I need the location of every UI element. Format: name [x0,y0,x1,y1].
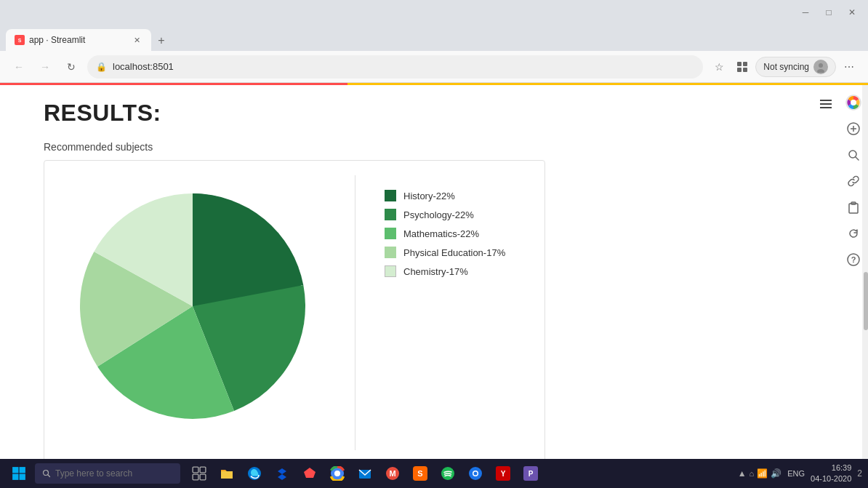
legend-color-history [385,190,396,201]
clock-time: 16:39 [811,463,851,473]
legend-color-chemistry [385,265,396,277]
refresh-btn[interactable]: ↻ [61,57,81,77]
taskbar-app2[interactable]: S [407,460,433,487]
taskbar-chrome[interactable] [324,460,350,487]
legend-physical-ed: Physical Education-17% [385,247,530,258]
address-text: localhost:8501 [113,61,174,72]
address-bar[interactable]: 🔒 localhost:8501 [87,55,703,79]
svg-point-37 [335,471,340,476]
chart-divider [355,175,355,450]
volume-icon: 🔊 [771,468,781,479]
chart-legend: History-22% Psychology-22% Mathematics-2… [385,175,530,277]
streamlit-help-icon[interactable]: ? [842,248,865,271]
taskbar-search[interactable] [35,463,180,484]
pie-chart-wrapper [59,175,326,437]
svg-rect-15 [849,204,858,213]
svg-point-7 [817,69,824,73]
taskbar-mail[interactable] [352,460,378,487]
streamlit-clipboard-icon[interactable] [842,196,865,219]
svg-text:M: M [389,469,395,478]
network-icon: ▲ [738,468,747,479]
taskbar-app-icons: M S Y P [186,460,544,487]
taskbar-app5[interactable]: P [518,460,544,487]
streamlit-refresh-icon[interactable] [842,222,865,245]
not-syncing-btn[interactable]: Not syncing [755,57,836,77]
lock-icon: 🔒 [96,62,107,72]
taskbar-notification-area: ⌂ [750,469,755,478]
system-icons: ▲ ⌂ 📶 🔊 [738,468,782,479]
maximize-btn[interactable]: □ [819,2,839,23]
svg-rect-4 [737,68,742,72]
title-bar: ─ □ ✕ [0,0,868,25]
tab-close-btn[interactable]: ✕ [131,34,142,46]
svg-marker-34 [304,468,316,478]
legend-color-physical-ed [385,247,396,258]
legend-label-physical-ed: Physical Education-17% [403,247,505,258]
svg-rect-5 [743,68,747,72]
active-tab[interactable]: S app · Streamlit ✕ [6,29,151,51]
svg-point-9 [851,100,856,105]
svg-text:S: S [417,469,422,478]
new-tab-btn[interactable]: + [151,31,172,51]
legend-label-psychology: Psychology-22% [403,209,474,220]
user-avatar [813,60,828,74]
results-title: RESULTS: [44,100,824,127]
minimize-btn[interactable]: ─ [795,2,816,23]
streamlit-link-icon[interactable] [842,169,865,193]
eng-label: ENG [787,469,805,478]
svg-rect-24 [12,474,18,480]
more-btn[interactable]: ⋯ [839,57,859,77]
browser-toolbar: ← → ↻ 🔒 localhost:8501 ☆ Not syncing ⋯ [0,51,868,83]
taskbar-app1[interactable]: M [379,460,406,487]
taskbar-streamlit[interactable] [297,460,323,487]
taskbar-system-tray: ▲ ⌂ 📶 🔊 ENG 16:39 04-10-2020 2 [738,463,862,485]
scrollbar-thumb[interactable] [864,272,868,330]
taskbar-task-view[interactable] [186,460,212,487]
svg-rect-22 [12,467,18,473]
chart-container: History-22% Psychology-22% Mathematics-2… [44,160,545,459]
clock-date: 04-10-2020 [811,473,851,484]
legend-color-mathematics [385,228,396,239]
svg-rect-30 [193,474,198,480]
notification-count: 2 [857,468,862,479]
svg-text:Y: Y [501,470,506,478]
bookmark-btn[interactable]: ☆ [709,57,729,77]
hamburger-menu-btn[interactable] [819,97,833,115]
notification-btn[interactable]: 2 [857,468,862,479]
taskbar-search-input[interactable] [55,468,157,479]
svg-text:S: S [18,38,22,43]
svg-rect-31 [200,474,206,480]
start-btn[interactable] [6,460,32,487]
svg-marker-33 [278,468,286,480]
taskbar-app3[interactable] [462,460,489,487]
taskbar-file-explorer[interactable] [214,460,240,487]
taskbar: M S Y P ▲ ⌂ 📶 🔊 ENG 16:39 04-10-2020 [0,459,868,488]
extensions-btn[interactable] [732,57,752,77]
svg-text:?: ? [851,255,856,264]
taskbar-dropbox[interactable] [269,460,295,487]
streamlit-search-icon[interactable] [842,143,865,167]
legend-chemistry: Chemistry-17% [385,265,530,277]
forward-btn[interactable]: → [35,57,55,77]
recommended-label: Recommended subjects [44,141,824,153]
svg-line-14 [856,157,859,160]
toolbar-actions: ☆ Not syncing ⋯ [709,57,859,77]
svg-rect-23 [20,467,25,473]
legend-label-mathematics: Mathematics-22% [403,228,479,239]
svg-rect-2 [737,62,742,66]
streamlit-add-icon[interactable] [842,117,865,140]
legend-mathematics: Mathematics-22% [385,228,530,239]
pie-chart [76,175,309,437]
svg-rect-29 [200,467,206,473]
streamlit-settings-icon[interactable] [842,91,865,114]
legend-psychology: Psychology-22% [385,209,530,220]
taskbar-edge[interactable] [241,460,268,487]
taskbar-app4[interactable]: Y [490,460,516,487]
tab-title: app · Streamlit [29,35,85,45]
legend-history: History-22% [385,190,530,201]
svg-line-27 [48,475,50,477]
close-btn[interactable]: ✕ [842,2,862,23]
taskbar-spotify[interactable] [435,460,461,487]
legend-color-psychology [385,209,396,220]
back-btn[interactable]: ← [9,57,29,77]
